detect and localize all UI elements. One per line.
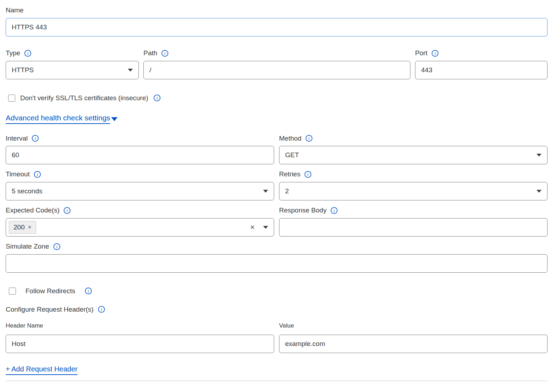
chevron-down-icon bbox=[128, 69, 133, 72]
svg-text:i: i bbox=[164, 51, 166, 56]
info-icon[interactable]: i bbox=[330, 207, 338, 214]
expected-codes-label-text: Expected Code(s) bbox=[6, 206, 59, 215]
info-icon[interactable]: i bbox=[305, 135, 313, 142]
advanced-fields-grid: Interval i Method i GET Timeout bbox=[6, 135, 548, 243]
svg-text:i: i bbox=[308, 136, 310, 141]
verify-ssl-checkbox[interactable] bbox=[8, 95, 15, 102]
advanced-settings-link[interactable]: Advanced health check settings bbox=[6, 114, 118, 124]
expected-codes-multiselect[interactable]: 200 × × bbox=[6, 218, 274, 237]
simulate-zone-label: Simulate Zone i bbox=[6, 243, 548, 251]
svg-text:i: i bbox=[435, 51, 436, 56]
header-name-label: Header Name bbox=[6, 322, 274, 329]
path-input[interactable] bbox=[143, 61, 410, 79]
svg-text:i: i bbox=[37, 172, 38, 177]
info-icon[interactable]: i bbox=[98, 306, 105, 313]
path-label: Path i bbox=[143, 49, 410, 57]
info-icon[interactable]: i bbox=[32, 135, 39, 142]
request-headers-section-label: Configure Request Header(s) i bbox=[6, 306, 548, 313]
type-label-text: Type bbox=[6, 49, 20, 57]
svg-text:i: i bbox=[307, 172, 309, 177]
timeout-field: Timeout i 5 seconds bbox=[6, 170, 274, 200]
chevron-down-icon[interactable] bbox=[263, 226, 268, 229]
type-path-port-row: Type i HTTPS Path i Port bbox=[6, 49, 548, 79]
clear-all-icon[interactable]: × bbox=[250, 223, 255, 231]
remove-tag-icon[interactable]: × bbox=[28, 224, 32, 231]
simulate-zone-field: Simulate Zone i bbox=[6, 243, 548, 273]
retries-select-value: 2 bbox=[285, 187, 289, 195]
port-label: Port i bbox=[415, 49, 548, 57]
svg-text:i: i bbox=[56, 244, 57, 249]
info-icon[interactable]: i bbox=[304, 171, 312, 178]
add-request-header-link[interactable]: + Add Request Header bbox=[6, 365, 78, 375]
info-icon[interactable]: i bbox=[34, 171, 41, 178]
chevron-down-icon bbox=[537, 190, 541, 193]
port-label-text: Port bbox=[415, 49, 427, 57]
name-label: Name bbox=[6, 6, 548, 15]
simulate-zone-input[interactable] bbox=[6, 254, 548, 273]
follow-redirects-checkbox[interactable] bbox=[9, 288, 16, 295]
svg-text:i: i bbox=[27, 51, 29, 56]
interval-label-text: Interval bbox=[6, 135, 28, 143]
verify-ssl-row: Don't verify SSL/TLS certificates (insec… bbox=[8, 94, 548, 102]
svg-text:i: i bbox=[156, 96, 158, 101]
timeout-select-value: 5 seconds bbox=[12, 187, 42, 195]
info-icon[interactable]: i bbox=[85, 287, 92, 295]
info-icon[interactable]: i bbox=[24, 50, 32, 57]
port-field: Port i bbox=[415, 49, 548, 79]
svg-text:i: i bbox=[35, 136, 36, 141]
svg-text:i: i bbox=[88, 289, 89, 294]
code-tag: 200 × bbox=[9, 221, 36, 234]
type-field: Type i HTTPS bbox=[6, 49, 139, 79]
chevron-down-icon bbox=[263, 190, 268, 193]
advanced-settings-link-text: Advanced health check settings bbox=[6, 114, 110, 124]
path-field: Path i bbox=[143, 49, 410, 79]
interval-label: Interval i bbox=[6, 135, 274, 143]
svg-text:i: i bbox=[334, 208, 335, 213]
info-icon[interactable]: i bbox=[53, 243, 61, 250]
timeout-select[interactable]: 5 seconds bbox=[6, 182, 274, 200]
retries-label-text: Retries bbox=[279, 170, 300, 178]
method-label: Method i bbox=[279, 135, 548, 143]
retries-field: Retries i 2 bbox=[279, 170, 548, 200]
port-input[interactable] bbox=[415, 61, 548, 79]
header-value-input[interactable] bbox=[279, 335, 548, 353]
response-body-label-text: Response Body bbox=[279, 206, 327, 215]
method-select-value: GET bbox=[285, 151, 299, 159]
chevron-down-icon bbox=[111, 117, 118, 121]
type-select[interactable]: HTTPS bbox=[6, 61, 139, 79]
code-tag-text: 200 bbox=[13, 223, 25, 231]
info-icon[interactable]: i bbox=[161, 50, 169, 57]
interval-input[interactable] bbox=[6, 146, 274, 164]
method-field: Method i GET bbox=[279, 135, 548, 165]
info-icon[interactable]: i bbox=[431, 50, 439, 57]
chevron-down-icon bbox=[537, 154, 541, 157]
name-input[interactable] bbox=[6, 18, 548, 36]
section-divider bbox=[6, 381, 548, 381]
method-select[interactable]: GET bbox=[279, 146, 548, 164]
expected-codes-field: Expected Code(s) i 200 × × bbox=[6, 206, 274, 237]
type-label: Type i bbox=[6, 49, 139, 57]
timeout-label: Timeout i bbox=[6, 170, 274, 178]
request-header-row: Header Name Value bbox=[6, 322, 548, 353]
health-check-form: Name Type i HTTPS Path i bbox=[0, 0, 556, 381]
info-icon[interactable]: i bbox=[153, 94, 161, 102]
response-body-input[interactable] bbox=[279, 218, 548, 237]
svg-text:i: i bbox=[67, 208, 68, 213]
request-headers-label-text: Configure Request Header(s) bbox=[6, 306, 93, 313]
svg-text:i: i bbox=[101, 307, 102, 312]
response-body-field: Response Body i bbox=[279, 206, 548, 237]
multiselect-controls: × bbox=[250, 223, 268, 231]
header-value-label: Value bbox=[279, 322, 548, 329]
name-label-text: Name bbox=[6, 6, 24, 15]
info-icon[interactable]: i bbox=[63, 207, 71, 214]
verify-ssl-label: Don't verify SSL/TLS certificates (insec… bbox=[20, 94, 148, 102]
type-select-value: HTTPS bbox=[12, 66, 34, 74]
timeout-label-text: Timeout bbox=[6, 170, 30, 178]
interval-field: Interval i bbox=[6, 135, 274, 165]
header-name-input[interactable] bbox=[6, 335, 274, 353]
retries-select[interactable]: 2 bbox=[279, 182, 548, 200]
simulate-zone-label-text: Simulate Zone bbox=[6, 243, 49, 251]
follow-redirects-row: Follow Redirects i bbox=[9, 287, 548, 295]
method-label-text: Method bbox=[279, 135, 301, 143]
retries-label: Retries i bbox=[279, 170, 548, 178]
